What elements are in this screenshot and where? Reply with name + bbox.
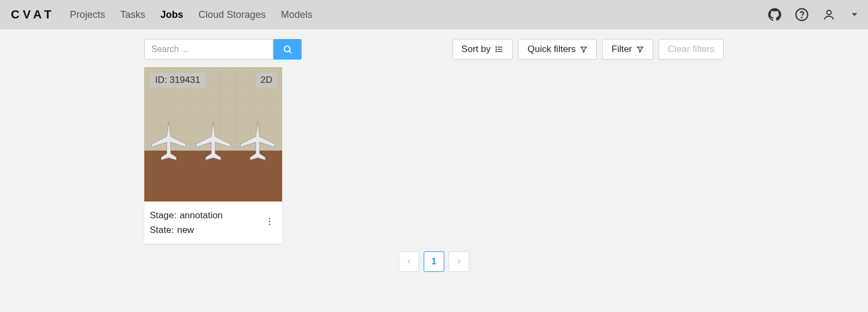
nav-jobs[interactable]: Jobs — [161, 9, 183, 21]
more-actions-button[interactable] — [263, 213, 277, 232]
job-card: ID: 319431 2D Stage: annotation State: n… — [144, 67, 282, 244]
plane-icon — [239, 116, 277, 165]
help-icon[interactable] — [794, 7, 809, 22]
jobs-grid: ID: 319431 2D Stage: annotation State: n… — [144, 67, 868, 244]
svg-point-11 — [269, 218, 270, 219]
dimension-badge: 2D — [256, 73, 277, 88]
plane-icon — [150, 116, 188, 165]
filter-button[interactable]: Filter — [602, 39, 653, 60]
svg-point-9 — [496, 49, 496, 49]
svg-point-1 — [801, 17, 802, 18]
main-nav: Projects Tasks Jobs Cloud Storages Model… — [70, 9, 312, 21]
quick-filters-button[interactable]: Quick filters — [518, 39, 597, 60]
filter-icon — [636, 46, 644, 53]
chevron-right-icon — [455, 258, 463, 265]
dropdown-caret-icon[interactable] — [852, 13, 857, 16]
header-right — [767, 7, 857, 22]
svg-point-3 — [284, 46, 290, 52]
filter-label: Filter — [611, 44, 632, 55]
state-value: new — [177, 223, 194, 237]
sort-by-button[interactable]: Sort by — [452, 39, 513, 60]
nav-models[interactable]: Models — [281, 9, 312, 21]
sort-by-label: Sort by — [462, 44, 491, 55]
list-icon — [495, 45, 503, 54]
svg-point-12 — [269, 221, 270, 222]
stage-value: annotation — [180, 208, 222, 223]
nav-cloud-storages[interactable]: Cloud Storages — [199, 9, 266, 21]
stage-key: Stage: — [150, 208, 176, 223]
state-key: State: — [150, 223, 174, 237]
search-icon — [283, 44, 292, 54]
svg-line-4 — [289, 51, 291, 53]
pagination: 1 — [0, 251, 868, 272]
nav-projects[interactable]: Projects — [70, 9, 105, 21]
user-icon[interactable] — [821, 7, 837, 22]
app-header: CVAT Projects Tasks Jobs Cloud Storages … — [0, 0, 868, 29]
job-preview[interactable]: ID: 319431 2D — [144, 67, 282, 202]
page-prev-button — [399, 251, 419, 272]
toolbar-right: Sort by Quick filters Filter Clear filte… — [452, 39, 724, 60]
page-1-button[interactable]: 1 — [424, 251, 444, 272]
filter-icon — [580, 46, 588, 53]
nav-tasks[interactable]: Tasks — [120, 9, 145, 21]
search-button[interactable] — [273, 39, 302, 60]
job-meta: Stage: annotation State: new — [144, 202, 282, 244]
search-wrap — [144, 39, 302, 60]
logo[interactable]: CVAT — [11, 8, 55, 22]
svg-point-10 — [496, 51, 496, 51]
page-next-button — [449, 251, 469, 272]
svg-point-13 — [269, 224, 270, 225]
chevron-left-icon — [405, 258, 413, 265]
clear-filters-button[interactable]: Clear filters — [659, 39, 724, 60]
svg-point-2 — [827, 10, 831, 15]
search-input[interactable] — [144, 39, 273, 60]
svg-point-8 — [496, 47, 496, 47]
meta-text: Stage: annotation State: new — [150, 208, 223, 237]
quick-filters-label: Quick filters — [527, 44, 576, 55]
content: Sort by Quick filters Filter Clear filte… — [0, 29, 868, 272]
job-id-badge: ID: 319431 — [150, 73, 206, 88]
github-icon[interactable] — [767, 7, 782, 22]
toolbar: Sort by Quick filters Filter Clear filte… — [144, 39, 724, 60]
plane-icon — [194, 116, 232, 165]
more-vertical-icon — [265, 217, 275, 226]
